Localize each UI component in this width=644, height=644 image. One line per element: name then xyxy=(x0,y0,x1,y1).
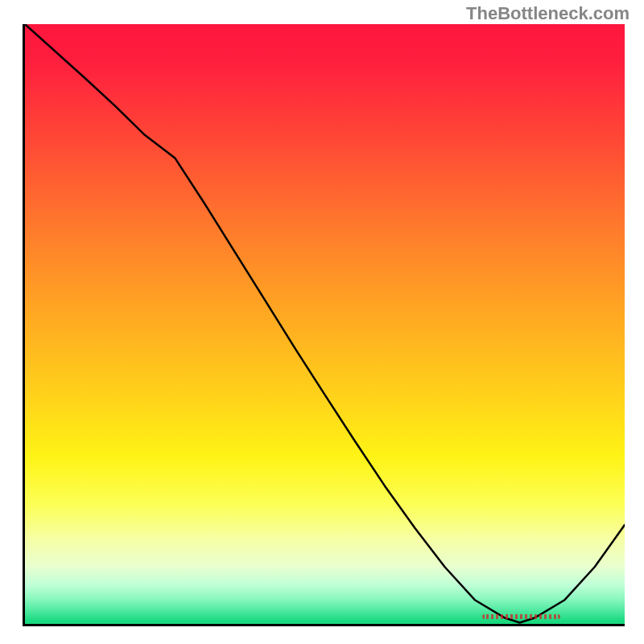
chart-background xyxy=(25,24,625,624)
optimal-range-marker xyxy=(481,613,562,621)
watermark-text: TheBottleneck.com xyxy=(466,3,630,24)
chart-plot-area xyxy=(23,24,625,626)
chart-svg xyxy=(25,24,625,624)
